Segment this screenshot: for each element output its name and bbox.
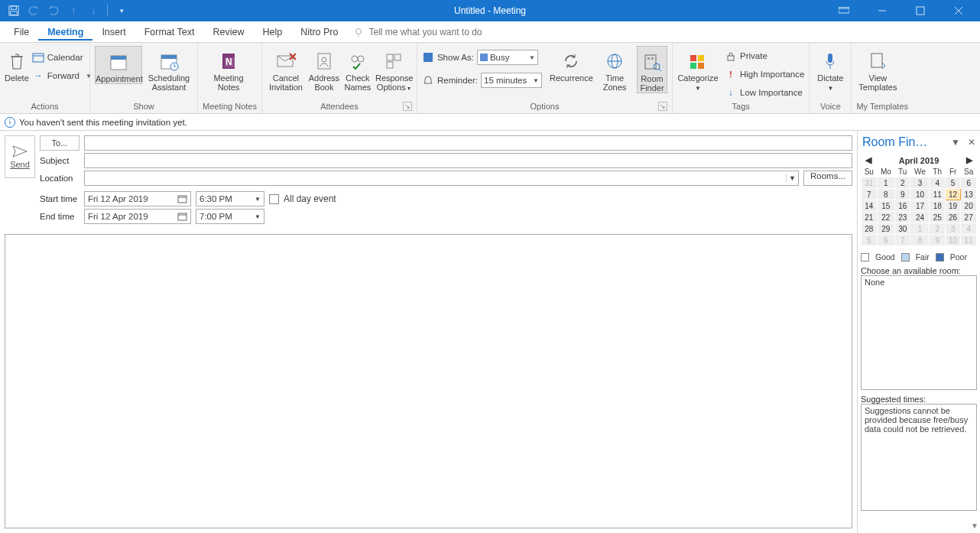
calendar-day[interactable]: 27 xyxy=(961,212,977,223)
maximize-icon[interactable] xyxy=(904,0,937,21)
delete-button[interactable]: Delete xyxy=(5,46,29,83)
calendar-day[interactable]: 16 xyxy=(895,200,910,212)
categorize-button[interactable]: Categorize▼ xyxy=(677,46,719,92)
end-date-input[interactable]: Fri 12 Apr 2019 xyxy=(84,209,191,224)
calendar-day[interactable]: 7 xyxy=(862,189,878,200)
calendar-day[interactable]: 3 xyxy=(910,177,930,189)
to-button[interactable]: To... xyxy=(40,135,80,151)
message-body[interactable] xyxy=(5,234,852,528)
pane-options-icon[interactable]: ▼ xyxy=(951,137,960,148)
calendar-day[interactable]: 2 xyxy=(895,177,910,189)
calendar-day[interactable]: 3 xyxy=(945,223,960,235)
send-button[interactable]: Send xyxy=(5,135,35,178)
dictate-button[interactable]: Dictate▼ xyxy=(814,46,846,92)
menu-review[interactable]: Review xyxy=(203,24,253,41)
calendar-day[interactable]: 22 xyxy=(877,212,894,223)
calendar-icon[interactable] xyxy=(177,194,187,203)
calendar-day[interactable]: 26 xyxy=(945,212,960,223)
end-time-input[interactable]: 7:00 PM▼ xyxy=(196,209,264,224)
redo-icon[interactable] xyxy=(46,3,61,18)
calendar-day[interactable]: 10 xyxy=(945,235,960,246)
calendar-day[interactable]: 12 xyxy=(945,189,960,200)
options-launcher-icon[interactable]: ↘ xyxy=(658,102,667,111)
calendar-day[interactable]: 2 xyxy=(930,223,945,235)
calendar-day[interactable]: 17 xyxy=(910,200,930,212)
calendar-day[interactable]: 6 xyxy=(877,235,894,246)
calendar-day[interactable]: 8 xyxy=(877,189,894,200)
view-templates-button[interactable]: View Templates xyxy=(856,46,899,92)
calendar-icon[interactable] xyxy=(177,212,187,221)
calendar-day[interactable]: 10 xyxy=(910,189,930,200)
pane-close-icon[interactable]: ✕ xyxy=(968,137,975,148)
save-icon[interactable] xyxy=(6,3,21,18)
calendar-day[interactable]: 13 xyxy=(961,189,977,200)
calendar-day[interactable]: 23 xyxy=(895,212,910,223)
recurrence-button[interactable]: Recurrence xyxy=(550,46,592,83)
attendees-launcher-icon[interactable]: ↘ xyxy=(403,102,412,111)
response-options-button[interactable]: Response Options ▾ xyxy=(375,46,412,92)
calendar-day[interactable]: 5 xyxy=(945,177,960,189)
menu-help[interactable]: Help xyxy=(253,24,291,41)
high-importance-button[interactable]: !High Importance xyxy=(725,66,804,83)
calendar-day[interactable]: 11 xyxy=(961,235,977,246)
calendar-day[interactable]: 29 xyxy=(877,223,894,235)
close-icon[interactable] xyxy=(942,0,975,21)
meeting-notes-button[interactable]: N Meeting Notes xyxy=(203,46,255,92)
next-month-icon[interactable]: ▶ xyxy=(966,155,972,165)
rooms-button[interactable]: Rooms... xyxy=(803,171,852,186)
prev-month-icon[interactable]: ◀ xyxy=(865,155,871,165)
menu-file[interactable]: File xyxy=(5,24,38,41)
next-item-icon[interactable]: ↓ xyxy=(86,3,101,18)
calendar-day[interactable]: 30 xyxy=(895,223,910,235)
calendar-day[interactable]: 9 xyxy=(930,235,945,246)
calendar-button[interactable]: Calendar xyxy=(32,49,92,66)
calendar-day[interactable]: 7 xyxy=(895,235,910,246)
menu-nitro-pro[interactable]: Nitro Pro xyxy=(291,24,347,41)
private-button[interactable]: Private xyxy=(725,47,804,64)
calendar-day[interactable]: 21 xyxy=(862,212,878,223)
menu-format-text[interactable]: Format Text xyxy=(135,24,204,41)
calendar-day[interactable]: 20 xyxy=(961,200,977,212)
pane-scroll-down-icon[interactable]: ▼ xyxy=(971,522,978,530)
tell-me-input[interactable] xyxy=(368,27,521,37)
calendar-widget[interactable]: ◀ April 2019 ▶ SuMoTuWeThFrSa31123456789… xyxy=(861,154,977,246)
appointment-button[interactable]: Appointment xyxy=(95,46,142,84)
reminder-select[interactable]: 15 minutes▼ xyxy=(481,73,542,88)
minimize-icon[interactable] xyxy=(865,0,899,21)
calendar-day[interactable]: 19 xyxy=(945,200,960,212)
all-day-checkbox[interactable] xyxy=(269,194,279,204)
calendar-day[interactable]: 8 xyxy=(910,235,930,246)
ribbon-options-icon[interactable] xyxy=(827,0,861,21)
time-zones-button[interactable]: Time Zones xyxy=(600,46,629,92)
calendar-day[interactable]: 24 xyxy=(910,212,930,223)
menu-insert[interactable]: Insert xyxy=(92,24,135,41)
undo-icon[interactable] xyxy=(26,3,41,18)
menu-meeting[interactable]: Meeting xyxy=(38,24,92,41)
qat-customize-icon[interactable]: ▾ xyxy=(114,3,129,18)
calendar-day[interactable]: 28 xyxy=(862,223,878,235)
available-rooms-list[interactable]: None xyxy=(861,275,977,390)
location-input[interactable]: ▼ xyxy=(84,171,799,186)
calendar-day[interactable]: 1 xyxy=(910,223,930,235)
forward-button[interactable]: →Forward▼ xyxy=(32,67,92,84)
calendar-day[interactable]: 4 xyxy=(961,223,977,235)
low-importance-button[interactable]: ↓Low Importance xyxy=(725,84,804,101)
calendar-day[interactable]: 5 xyxy=(862,235,878,246)
address-book-button[interactable]: Address Book xyxy=(308,46,340,92)
calendar-day[interactable]: 14 xyxy=(862,200,878,212)
calendar-day[interactable]: 31 xyxy=(862,177,878,189)
calendar-day[interactable]: 1 xyxy=(877,177,894,189)
calendar-day[interactable]: 6 xyxy=(961,177,977,189)
show-as-select[interactable]: Busy▼ xyxy=(477,50,538,65)
to-input[interactable] xyxy=(84,135,852,151)
room-finder-button[interactable]: Room Finder xyxy=(637,46,667,93)
calendar-day[interactable]: 11 xyxy=(930,189,945,200)
start-time-input[interactable]: 6:30 PM▼ xyxy=(196,191,264,206)
calendar-day[interactable]: 25 xyxy=(930,212,945,223)
subject-input[interactable] xyxy=(84,153,852,168)
start-date-input[interactable]: Fri 12 Apr 2019 xyxy=(84,191,191,206)
calendar-day[interactable]: 15 xyxy=(877,200,894,212)
scheduling-assistant-button[interactable]: Scheduling Assistant xyxy=(145,46,193,92)
calendar-day[interactable]: 18 xyxy=(930,200,945,212)
calendar-day[interactable]: 4 xyxy=(930,177,945,189)
